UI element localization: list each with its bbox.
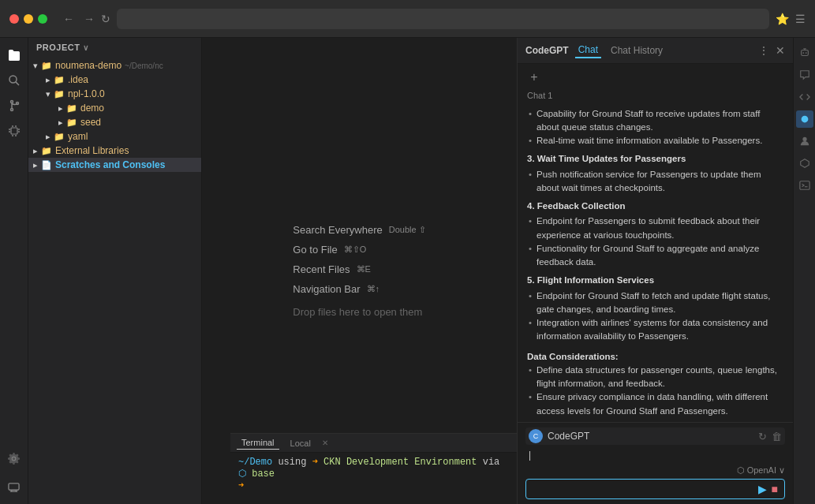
folder-icon: 📁: [66, 103, 77, 114]
chat-input[interactable]: [533, 483, 753, 495]
tree-label: Scratches and Consoles: [55, 159, 165, 170]
tree-label: demo: [80, 103, 104, 114]
folder-icon: 📁: [41, 61, 52, 71]
far-right-code-icon[interactable]: [796, 88, 813, 106]
tree-label: External Libraries: [55, 145, 129, 156]
new-chat-button[interactable]: +: [527, 70, 541, 84]
file-icon: 📄: [41, 160, 52, 170]
folder-icon: 📁: [54, 75, 65, 85]
bullet-2: Real-time wait time information availabl…: [527, 134, 783, 147]
forward-button[interactable]: →: [80, 11, 98, 27]
svg-rect-6: [9, 483, 19, 489]
editor-area: Search Everywhere Double ⇧ Go to File ⌘⇧…: [202, 38, 517, 504]
path-label: ~/Demo/nc: [125, 62, 163, 70]
editor-shortcuts: Search Everywhere Double ⇧ Go to File ⌘⇧…: [293, 224, 425, 318]
far-right-robot-icon[interactable]: [796, 44, 813, 62]
close-panel-button[interactable]: ✕: [776, 44, 785, 57]
shortcut-label: Search Everywhere: [293, 224, 382, 236]
chat-body[interactable]: + Chat 1 Capability for Ground Staff to …: [518, 64, 793, 422]
svg-point-2: [10, 101, 13, 103]
shortcut-key: ⌘↑: [367, 284, 380, 294]
svg-rect-10: [801, 50, 808, 56]
minimize-traffic-light[interactable]: [24, 14, 33, 24]
bullet-6: Endpoint for Ground Staff to fetch and u…: [527, 289, 783, 317]
terminal-arrow-2: ➜: [238, 480, 244, 491]
section-4-title: 4. Feedback Collection: [527, 200, 783, 213]
tree-label: yaml: [68, 131, 88, 142]
delete-button[interactable]: 🗑: [772, 431, 782, 442]
section-5-title: 5. Flight Information Services: [527, 274, 783, 287]
far-right-chat-icon[interactable]: [796, 66, 813, 84]
stop-button[interactable]: ■: [772, 483, 778, 495]
sidebar-item-source-control[interactable]: [3, 95, 25, 117]
bullet-5: Functionality for Ground Staff to aggreg…: [527, 242, 783, 270]
tree-label: .idea: [68, 74, 88, 85]
terminal-tab[interactable]: Terminal: [237, 436, 279, 450]
tree-item-external-libs[interactable]: ▸ 📁 External Libraries: [28, 144, 201, 158]
tree-item-npl[interactable]: ▾ 📁 npl-1.0.0: [28, 87, 201, 101]
svg-point-13: [801, 116, 808, 123]
shortcut-key: Double ⇧: [389, 225, 426, 235]
far-right-person-icon[interactable]: [796, 133, 813, 150]
terminal-via: via: [483, 457, 500, 468]
bullet-3: Push notification service for Passengers…: [527, 168, 783, 196]
tree-item-idea[interactable]: ▸ 📁 .idea: [28, 73, 201, 87]
far-right-api-icon[interactable]: [796, 155, 813, 172]
sidebar-item-search[interactable]: [3, 69, 25, 91]
chevron-icon: ▸: [33, 160, 38, 170]
sidebar-item-settings[interactable]: [3, 447, 25, 469]
sidebar-item-remote[interactable]: [3, 476, 25, 498]
svg-rect-5: [11, 128, 17, 134]
tree-item-yaml[interactable]: ▸ 📁 yaml: [28, 129, 201, 144]
chevron-icon: ▾: [33, 61, 38, 71]
data-considerations-section: Data Considerations: Define data structu…: [527, 350, 783, 418]
traffic-lights: [9, 14, 47, 24]
refresh-button[interactable]: ↻: [101, 11, 110, 27]
menu-button[interactable]: ☰: [795, 13, 806, 25]
provider-label: ⬡ OpenAI ∨: [737, 465, 785, 476]
provider-bar: ⬡ OpenAI ∨: [525, 465, 785, 476]
more-options-button[interactable]: ⋮: [758, 44, 769, 57]
svg-point-0: [9, 76, 17, 83]
section-3-title: 3. Wait Time Updates for Passengers: [527, 152, 783, 166]
tree-item-seed[interactable]: ▸ 📁 seed: [28, 115, 201, 129]
folder-icon: 📁: [66, 118, 77, 128]
fullscreen-traffic-light[interactable]: [38, 14, 47, 24]
terminal-body[interactable]: ~/Demo using ➜ CKN Development Environme…: [230, 453, 517, 504]
tab-chat[interactable]: Chat: [575, 43, 601, 58]
file-tree-panel: Project ∨ ▾ 📁 noumena-demo ~/Demo/nc ▸ 📁…: [28, 38, 202, 504]
far-right-active-icon[interactable]: [796, 110, 813, 128]
folder-icon: 📁: [54, 132, 65, 142]
panel-chevron: ∨: [83, 43, 89, 52]
back-button[interactable]: ←: [60, 11, 77, 27]
sidebar-item-files[interactable]: [3, 44, 25, 66]
codegpt-title: CodeGPT: [525, 45, 569, 56]
chevron-icon: ▸: [46, 132, 50, 142]
terminal-conda-icon: ⬡: [238, 469, 246, 480]
send-button[interactable]: ▶: [758, 483, 767, 495]
terminal-base: base: [252, 469, 275, 480]
tab-chat-history[interactable]: Chat History: [608, 43, 666, 58]
tree-item-demo[interactable]: ▸ 📁 demo: [28, 101, 201, 115]
far-right-terminal-icon[interactable]: [796, 177, 813, 194]
right-panel: CodeGPT Chat Chat History ⋮ ✕ + Chat 1 C…: [517, 38, 793, 504]
terminal-line-2: ➜: [238, 480, 509, 491]
star-button[interactable]: ⭐: [776, 13, 789, 25]
panel-header: Project ∨: [28, 38, 201, 57]
tab-close-button[interactable]: ✕: [322, 439, 328, 447]
tree-item-scratches[interactable]: ▸ 📄 Scratches and Consoles: [28, 158, 201, 172]
chevron-icon: ▸: [58, 103, 63, 114]
close-traffic-light[interactable]: [9, 14, 19, 24]
tree-item-noumena-demo[interactable]: ▾ 📁 noumena-demo ~/Demo/nc: [28, 58, 201, 73]
bullet-4: Endpoint for Passengers to submit feedba…: [527, 215, 783, 242]
shortcut-key: ⌘⇧O: [344, 245, 367, 255]
bottom-panel: Terminal Local ✕ ~/Demo using ➜ CKN Deve…: [230, 433, 517, 504]
local-tab[interactable]: Local: [286, 437, 316, 450]
chevron-icon: ▸: [46, 75, 50, 85]
chevron-icon: ▾: [46, 89, 50, 99]
file-tree: ▾ 📁 noumena-demo ~/Demo/nc ▸ 📁 .idea ▾ 📁…: [28, 57, 201, 504]
sidebar-item-extensions[interactable]: [3, 120, 25, 142]
refresh-button[interactable]: ↻: [758, 431, 767, 442]
bullet-7: Integration with airlines' systems for d…: [527, 316, 783, 344]
address-bar[interactable]: [117, 9, 769, 29]
